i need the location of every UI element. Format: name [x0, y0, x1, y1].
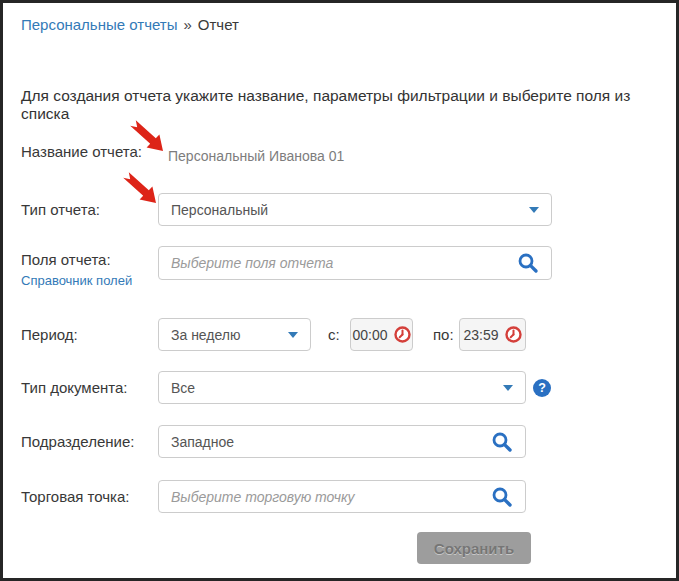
period-to-label: по: [433, 326, 454, 343]
report-name-label: Название отчета: [21, 143, 142, 160]
outlet-input-wrap [158, 480, 526, 513]
division-label: Подразделение: [21, 433, 134, 450]
clock-icon [505, 326, 522, 343]
period-to-value: 23:59 [463, 327, 498, 343]
help-icon[interactable]: ? [533, 379, 551, 397]
period-to-time[interactable]: 23:59 [459, 318, 526, 351]
breadcrumb-current: Отчет [198, 16, 239, 33]
search-icon[interactable] [491, 431, 513, 453]
document-type-selected-value: Все [171, 380, 195, 396]
breadcrumb-separator: » [183, 16, 191, 33]
report-fields-label: Поля отчета: [21, 251, 111, 268]
period-label: Период: [21, 326, 78, 343]
search-icon[interactable] [491, 486, 513, 508]
outlet-label: Торговая точка: [21, 488, 130, 505]
report-type-label: Тип отчета: [21, 201, 100, 218]
period-select[interactable]: За неделю [158, 318, 311, 351]
outlet-input[interactable] [171, 489, 491, 505]
report-type-selected-value: Персональный [171, 202, 268, 218]
document-type-select[interactable]: Все [158, 371, 526, 404]
report-form-page: Персональные отчеты»Отчет Для создания о… [0, 0, 679, 581]
red-arrow-annotation-type [120, 171, 160, 207]
period-from-value: 00:00 [352, 327, 387, 343]
clock-icon [394, 326, 411, 343]
save-button[interactable]: Сохранить [417, 532, 531, 564]
report-fields-input-wrap [158, 246, 552, 280]
division-input-wrap [158, 425, 526, 458]
division-input[interactable] [171, 434, 491, 450]
report-name-value: Персональный Иванова 01 [168, 148, 344, 164]
period-from-label: с: [328, 326, 340, 343]
breadcrumb-link-personal-reports[interactable]: Персональные отчеты [21, 16, 177, 33]
period-from-time[interactable]: 00:00 [350, 318, 413, 351]
breadcrumb: Персональные отчеты»Отчет [21, 16, 239, 33]
search-icon[interactable] [517, 252, 539, 274]
document-type-label: Тип документа: [21, 379, 127, 396]
intro-text: Для создания отчета укажите название, па… [21, 87, 676, 123]
fields-dictionary-link[interactable]: Справочник полей [21, 273, 132, 288]
report-fields-input[interactable] [171, 255, 517, 271]
chevron-down-icon [503, 385, 513, 391]
red-arrow-annotation-name [127, 119, 167, 155]
report-type-select[interactable]: Персональный [158, 193, 552, 226]
period-selected-value: За неделю [171, 327, 241, 343]
chevron-down-icon [529, 207, 539, 213]
chevron-down-icon [288, 332, 298, 338]
